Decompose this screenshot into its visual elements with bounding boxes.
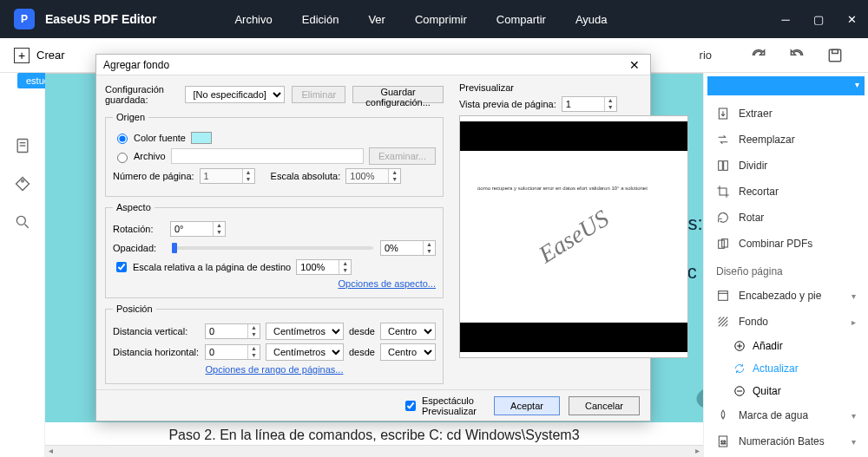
menu-comprimir[interactable]: Comprimir [415,13,467,26]
position-fieldset: Posición Distancia vertical: ▲▼ Centímet… [105,304,444,384]
search-icon[interactable] [14,213,31,231]
saved-config-select[interactable]: [No especificado] [185,86,285,103]
page-icon[interactable] [14,137,31,154]
save-icon[interactable] [826,47,844,64]
create-label: Crear [36,49,65,62]
sidebar-item-fondo[interactable]: Fondo▸ [704,309,868,335]
vdist-from-select[interactable]: Centro [380,323,436,340]
close-icon[interactable]: ✕ [835,0,868,38]
color-source-radio[interactable] [117,134,128,144]
preview-legend: Previsualizar [459,82,688,93]
page-number-spinner[interactable]: ▲▼ [200,168,255,184]
accept-button[interactable]: Aceptar [494,396,560,415]
sidebar-sub-actualizar[interactable]: Actualizar [704,357,868,380]
app-name: EaseUS PDF Editor [45,12,156,26]
vdist-spinner[interactable]: ▲▼ [205,323,260,339]
svg-line-7 [24,225,28,228]
dialog-title: Agregar fondo [103,59,169,71]
sidebar-item-extraer[interactable]: Extraer [704,101,868,127]
plus-icon: + [14,48,30,63]
maximize-icon[interactable]: ▢ [802,0,835,38]
sidebar-sub-quitar[interactable]: Quitar [704,380,868,402]
sidebar-item-combinar[interactable]: Combinar PDFs [704,231,868,257]
right-sidebar: Extraer Reemplazar Dividir Recortar Rota… [703,73,868,457]
rotation-spinner[interactable]: ▲▼ [170,221,226,237]
chevron-down-icon: ▾ [852,291,856,301]
main-menu: Archivo Edición Ver Comprimir Compartir … [234,13,607,26]
sidebar-item-rotar[interactable]: Rotar [704,205,868,231]
sidebar-item-encabezado[interactable]: Encabezado y pie▾ [704,283,868,309]
svg-point-5 [21,180,23,182]
menu-ver[interactable]: Ver [368,13,385,26]
save-config-button[interactable]: Guardar configuración... [352,86,444,103]
preview-watermark: EaseUS [534,205,614,269]
saved-config-label: Configuración guardada: [105,84,178,105]
svg-text:12: 12 [720,440,726,445]
dialog-close-icon[interactable]: ✕ [626,58,643,72]
delete-config-button[interactable]: Eliminar [292,86,345,103]
menu-edicion[interactable]: Edición [302,13,339,26]
aspect-fieldset: Aspecto Rotación: ▲▼ Opacidad: ▲▼ Escala… [105,202,444,298]
left-rail [0,73,45,457]
sidebar-item-recortar[interactable]: Recortar [704,179,868,205]
show-preview-checkbox[interactable] [405,401,416,411]
aspect-options-link[interactable]: Opciones de aspecto... [338,278,436,289]
sidebar-item-reemplazar[interactable]: Reemplazar [704,127,868,153]
color-swatch[interactable] [191,132,212,144]
menu-compartir[interactable]: Compartir [496,13,546,26]
svg-point-6 [16,216,25,225]
svg-rect-1 [832,49,838,53]
menu-ayuda[interactable]: Ayuda [575,13,608,26]
sidebar-section-diseno: Diseño página [704,257,868,283]
relative-scale-checkbox[interactable] [116,262,127,272]
sidebar-item-marca[interactable]: Marca de agua▾ [704,402,868,428]
hdist-from-select[interactable]: Centro [380,343,436,361]
sidebar-dropdown[interactable] [707,76,865,95]
sidebar-sub-anadir[interactable]: Añadir [704,335,868,357]
origin-fieldset: Origen Color fuente Archivo Examinar... … [105,112,444,197]
chevron-right-icon: ▸ [852,317,856,327]
horizontal-scrollbar[interactable] [45,445,703,457]
window-controls: ─ ▢ ✕ [769,0,868,38]
minimize-icon[interactable]: ─ [769,0,802,38]
svg-rect-13 [719,291,728,301]
app-logo-icon: P [14,9,35,29]
sidebar-item-bates[interactable]: 12Numeración Bates▾ [704,428,868,454]
undo-icon[interactable] [788,47,806,64]
hdist-spinner[interactable]: ▲▼ [205,344,260,360]
sidebar-item-dividir[interactable]: Dividir [704,153,868,179]
abs-scale-spinner[interactable]: ▲▼ [345,168,401,184]
svg-rect-10 [724,161,728,171]
add-background-dialog: Agregar fondo ✕ Configuración guardada: … [95,54,651,421]
browse-button[interactable]: Examinar... [369,147,436,165]
page-range-link[interactable]: Opciones de rango de páginas... [205,364,343,375]
title-bar: P EaseUS PDF Editor Archivo Edición Ver … [0,0,868,38]
cancel-button[interactable]: Cancelar [569,396,640,415]
dialog-titlebar: Agregar fondo ✕ [96,55,650,75]
file-source-radio[interactable] [117,153,128,163]
preview-canvas: óomo recupera y solucionar error en dato… [459,115,688,358]
hdist-unit-select[interactable]: Centímetros [266,343,344,361]
opacity-slider[interactable] [172,246,373,250]
opacity-spinner[interactable]: ▲▼ [380,240,436,256]
svg-rect-0 [829,49,840,61]
redo-icon[interactable] [750,47,767,64]
preview-page-spinner[interactable]: ▲▼ [562,96,617,112]
file-path-input[interactable] [171,148,364,164]
menu-archivo[interactable]: Archivo [234,13,272,26]
hidden-tab-text: rio [700,49,712,62]
tag-icon[interactable] [14,175,31,193]
create-button[interactable]: + Crear [9,44,70,67]
vdist-unit-select[interactable]: Centímetros [266,323,344,340]
relative-scale-spinner[interactable]: ▲▼ [296,259,352,275]
svg-rect-9 [719,161,723,171]
